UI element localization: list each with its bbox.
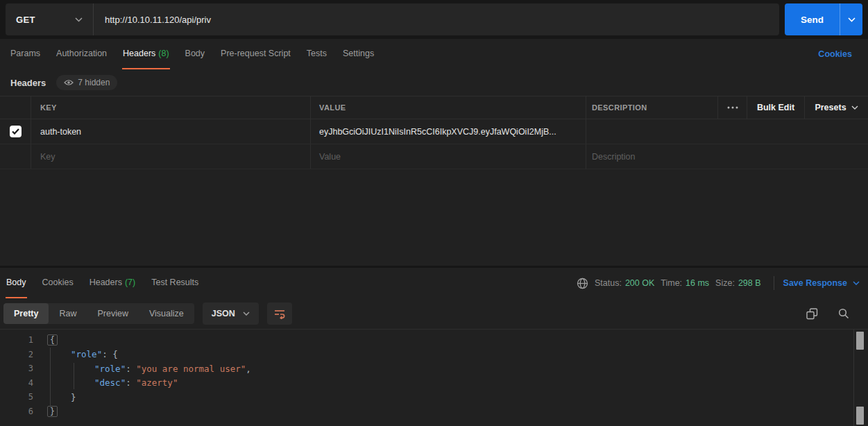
more-actions-icon bbox=[727, 106, 738, 109]
column-key: KEY bbox=[40, 103, 57, 112]
headers-count-badge: (8) bbox=[158, 49, 169, 58]
view-preview[interactable]: Preview bbox=[87, 303, 138, 324]
chevron-down-icon bbox=[851, 105, 858, 110]
chevron-down-icon bbox=[848, 17, 856, 22]
tab-pre-request-script[interactable]: Pre-request Script bbox=[220, 39, 291, 69]
scrollbar-thumb[interactable] bbox=[856, 407, 864, 425]
column-value: VALUE bbox=[319, 103, 346, 112]
eye-icon bbox=[64, 79, 74, 86]
more-actions-button[interactable] bbox=[718, 96, 747, 119]
response-meta: Status: 200 OK Time: 16 ms Size: 298 B S… bbox=[577, 268, 860, 298]
status-time-size: Status: 200 OK Time: 16 ms Size: 298 B bbox=[595, 278, 761, 288]
method-label: GET bbox=[16, 15, 35, 25]
hidden-headers-label: 7 hidden bbox=[78, 78, 110, 87]
new-value-field[interactable]: Value bbox=[311, 144, 586, 169]
send-options-button[interactable] bbox=[840, 3, 862, 35]
view-visualize[interactable]: Visualize bbox=[139, 303, 194, 324]
hidden-headers-toggle[interactable]: 7 hidden bbox=[56, 75, 117, 90]
header-key-field[interactable]: auth-token bbox=[31, 119, 311, 144]
response-tabs: Body Cookies Headers (7) Test Results bbox=[6, 268, 214, 298]
request-panel-empty-space bbox=[0, 169, 868, 266]
toolbar-right-icons bbox=[806, 308, 868, 320]
code-line: 4 "desc": "azerty" bbox=[0, 376, 868, 391]
tab-authorization[interactable]: Authorization bbox=[56, 39, 108, 69]
wrap-text-icon bbox=[273, 309, 286, 319]
chevron-down-icon bbox=[75, 17, 83, 22]
code-line: 2 "role": { bbox=[0, 348, 868, 362]
tab-tests[interactable]: Tests bbox=[306, 39, 327, 69]
line-number: 3 bbox=[0, 364, 33, 373]
code-line: 3 "role": "you are normal user", bbox=[0, 361, 868, 376]
status-badge: Status: 200 OK bbox=[595, 278, 654, 288]
request-tabs: Params Authorization Headers (8) Body Pr… bbox=[0, 39, 868, 69]
view-pretty[interactable]: Pretty bbox=[3, 303, 49, 324]
row-checkbox[interactable] bbox=[10, 126, 22, 137]
meta-divider bbox=[774, 276, 774, 290]
globe-icon[interactable] bbox=[577, 278, 588, 289]
indent-guide bbox=[50, 348, 51, 407]
response-header: Body Cookies Headers (7) Test Results St… bbox=[0, 268, 868, 298]
line-number: 4 bbox=[0, 378, 33, 388]
chevron-down-icon bbox=[243, 312, 250, 316]
tab-headers[interactable]: Headers (8) bbox=[122, 39, 170, 69]
code-line: 1 { bbox=[0, 333, 868, 348]
response-tab-body[interactable]: Body bbox=[6, 268, 27, 298]
method-select[interactable]: GET bbox=[6, 3, 94, 35]
wrap-text-button[interactable] bbox=[267, 303, 292, 325]
new-header-row: Key Value Description bbox=[0, 144, 868, 169]
column-description: DESCRIPTION bbox=[592, 103, 647, 112]
fold-toggle[interactable]: { bbox=[47, 334, 58, 346]
indent-guide bbox=[74, 363, 74, 389]
size-badge: Size: 298 B bbox=[715, 278, 760, 288]
line-number: 2 bbox=[0, 350, 33, 359]
search-icon[interactable] bbox=[838, 308, 849, 319]
url-group: GET http://10.10.11.120/api/priv bbox=[6, 3, 779, 35]
presets-dropdown[interactable]: Presets bbox=[805, 96, 868, 119]
format-label: JSON bbox=[212, 309, 235, 318]
header-description-field[interactable] bbox=[586, 119, 868, 144]
header-value-field[interactable]: eyJhbGciOiJIUzI1NiIsInR5cCI6IkpXVCJ9.eyJ… bbox=[311, 119, 586, 144]
headers-section-title: Headers bbox=[10, 78, 46, 88]
view-raw[interactable]: Raw bbox=[49, 303, 87, 324]
code-line: 6 } bbox=[0, 404, 868, 419]
response-body-viewer: 1 { 2 "role": { 3 "role": "you are norma… bbox=[0, 329, 868, 426]
headers-table-header: KEY VALUE DESCRIPTION Bulk Edit Presets bbox=[0, 96, 868, 119]
format-select[interactable]: JSON bbox=[203, 303, 259, 325]
new-description-field[interactable]: Description bbox=[586, 144, 868, 169]
tab-body[interactable]: Body bbox=[185, 39, 206, 69]
response-toolbar: Pretty Raw Preview Visualize JSON bbox=[0, 298, 868, 329]
tab-params[interactable]: Params bbox=[10, 39, 41, 69]
chevron-down-icon bbox=[853, 281, 860, 285]
send-split-button: Send bbox=[785, 3, 862, 35]
response-headers-count-badge: (7) bbox=[125, 278, 135, 287]
response-tab-test-results[interactable]: Test Results bbox=[151, 268, 199, 298]
presets-label: Presets bbox=[815, 103, 846, 112]
code-line: 5 } bbox=[0, 390, 868, 404]
headers-section-header: Headers 7 hidden bbox=[0, 69, 868, 96]
view-mode-switcher: Pretty Raw Preview Visualize bbox=[3, 303, 194, 324]
tab-settings[interactable]: Settings bbox=[342, 39, 375, 69]
new-key-field[interactable]: Key bbox=[31, 144, 311, 169]
cookies-link[interactable]: Cookies bbox=[818, 39, 852, 69]
empty-checkbox-cell bbox=[0, 144, 31, 169]
send-button[interactable]: Send bbox=[785, 3, 840, 35]
time-badge: Time: 16 ms bbox=[661, 278, 709, 288]
response-tab-headers[interactable]: Headers (7) bbox=[89, 268, 137, 298]
bulk-edit-button[interactable]: Bulk Edit bbox=[747, 96, 805, 119]
line-number: 6 bbox=[0, 407, 33, 416]
copy-icon[interactable] bbox=[806, 308, 818, 320]
fold-toggle[interactable]: } bbox=[47, 406, 58, 417]
line-number: 1 bbox=[0, 335, 33, 345]
url-input[interactable]: http://10.10.11.120/api/priv bbox=[94, 3, 779, 35]
save-response-button[interactable]: Save Response bbox=[781, 278, 860, 288]
request-url-bar: GET http://10.10.11.120/api/priv Send bbox=[0, 0, 868, 39]
select-all-cell bbox=[0, 96, 31, 119]
line-number: 5 bbox=[0, 392, 33, 402]
scrollbar-track[interactable] bbox=[853, 330, 868, 426]
header-row-auth-token: auth-token eyJhbGciOiJIUzI1NiIsInR5cCI6I… bbox=[0, 119, 868, 144]
response-tab-cookies[interactable]: Cookies bbox=[42, 268, 74, 298]
scrollbar-thumb[interactable] bbox=[856, 332, 864, 350]
